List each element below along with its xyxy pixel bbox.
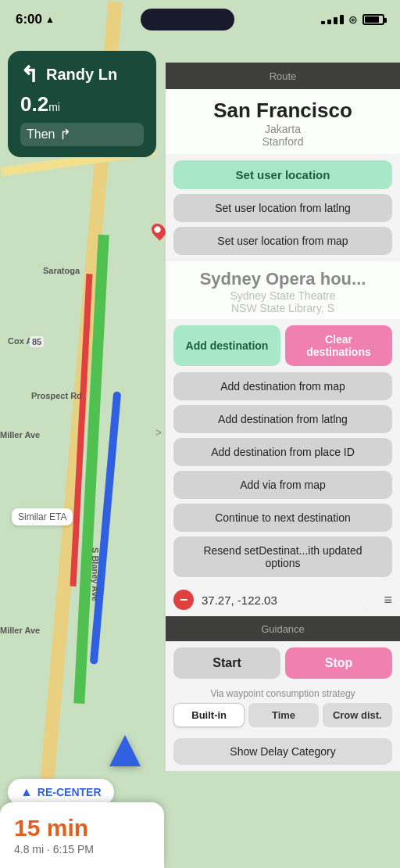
recenter-button[interactable]: ▲ RE-CENTER bbox=[8, 779, 114, 805]
minus-icon: − bbox=[180, 592, 188, 608]
recenter-arrow-icon: ▲ bbox=[20, 785, 33, 799]
route-header-label: Route bbox=[270, 70, 297, 82]
nav-then-row: Then ↱ bbox=[20, 123, 144, 146]
show-delay-category-button[interactable]: Show Delay Category bbox=[173, 738, 392, 765]
turn-icon: ↰ bbox=[20, 62, 38, 88]
nav-then-label: Then bbox=[27, 127, 55, 142]
strategy-time-button[interactable]: Time bbox=[248, 703, 318, 727]
trip-details: 4.8 mi · 6:15 PM bbox=[14, 843, 150, 855]
map-label-sblaney: S Blaney Ave bbox=[91, 547, 100, 601]
clear-destinations-button[interactable]: Clear destinations bbox=[285, 325, 392, 366]
map-label-miller1: Miller Ave bbox=[0, 430, 40, 439]
status-right: ⊛ bbox=[321, 13, 384, 26]
set-user-location-map-button[interactable]: Set user location from map bbox=[173, 227, 392, 255]
dest-actions-row: Add destination Clear destinations bbox=[166, 319, 400, 372]
status-bar: 6:00 ▲ ⊛ bbox=[0, 0, 400, 39]
continue-next-destination-button[interactable]: Continue to next destination bbox=[173, 504, 392, 532]
waypoint-coordinates: 37.27, -122.03 bbox=[202, 594, 376, 607]
recenter-label: RE-CENTER bbox=[38, 786, 102, 798]
nav-then-icon: ↱ bbox=[59, 126, 71, 143]
battery-icon bbox=[362, 14, 384, 25]
waypoint-strategy-label: Via waypoint consumption strategy bbox=[173, 688, 392, 699]
signal-icon bbox=[321, 15, 344, 24]
start-button[interactable]: Start bbox=[173, 647, 280, 679]
waypoint-strategy-section: Via waypoint consumption strategy Built-… bbox=[166, 685, 400, 732]
navigation-arrow bbox=[109, 735, 141, 766]
set-user-location-button[interactable]: Set user location bbox=[173, 160, 392, 189]
add-destination-button[interactable]: Add destination bbox=[173, 325, 280, 366]
add-destination-from-latlng-button[interactable]: Add destination from latlng bbox=[173, 405, 392, 433]
add-destination-from-map-button[interactable]: Add destination from map bbox=[173, 372, 392, 400]
destination-subtitle2: NSW State Library, S bbox=[175, 302, 391, 314]
right-panel: Route San Francisco Jakarta Stanford Set… bbox=[166, 63, 400, 868]
add-via-from-map-button[interactable]: Add via from map bbox=[173, 471, 392, 499]
start-stop-row: Start Stop bbox=[166, 641, 400, 685]
nav-turn-row: ↰ Randy Ln bbox=[20, 62, 144, 88]
dynamic-island bbox=[141, 9, 234, 30]
location-arrow-icon: ▲ bbox=[45, 14, 55, 25]
nav-distance: 0.2 bbox=[20, 92, 48, 116]
remove-waypoint-button[interactable]: − bbox=[173, 590, 194, 610]
status-time: 6:00 bbox=[16, 12, 42, 27]
guidance-header-label: Guidance bbox=[261, 623, 305, 635]
wifi-icon: ⊛ bbox=[348, 13, 358, 26]
map-label-prospect: Prospect Rd bbox=[31, 391, 82, 400]
nav-street-name: Randy Ln bbox=[46, 66, 117, 84]
strategy-builtin-button[interactable]: Built-in bbox=[173, 703, 245, 727]
destination-subtitle1: Sydney State Theatre bbox=[175, 289, 391, 302]
nav-card: ↰ Randy Ln 0.2mi Then ↱ bbox=[8, 51, 156, 157]
destination-location-block: Sydney Opera hou... Sydney State Theatre… bbox=[166, 261, 400, 319]
waypoint-row: − 37.27, -122.03 ≡ bbox=[166, 583, 400, 616]
bottom-info-card: 15 min 4.8 mi · 6:15 PM bbox=[0, 802, 164, 868]
nav-distance-unit: mi bbox=[48, 101, 60, 113]
map-label-saratoga: Saratoga bbox=[43, 266, 80, 275]
origin-subtitle1: Jakarta bbox=[175, 123, 391, 135]
waypoint-menu-icon[interactable]: ≡ bbox=[384, 592, 392, 608]
user-location-section: Set user location Set user location from… bbox=[166, 154, 400, 261]
eta-display: 15 min bbox=[14, 815, 150, 841]
map-label-85-top: 85 bbox=[30, 336, 44, 347]
strategy-crow-button[interactable]: Crow dist. bbox=[323, 703, 392, 727]
guidance-header: Guidance bbox=[166, 616, 400, 641]
origin-subtitle2: Stanford bbox=[175, 135, 391, 148]
map-label-miller2: Miller Ave bbox=[0, 626, 40, 635]
expand-panel-arrow[interactable]: > bbox=[155, 426, 162, 439]
resend-set-destination-button[interactable]: Resend setDestinat...ith updated options bbox=[173, 536, 392, 577]
add-destination-from-placeid-button[interactable]: Add destination from place ID bbox=[173, 438, 392, 466]
similar-eta-badge: Similar ETA bbox=[12, 508, 73, 525]
set-user-location-latlng-button[interactable]: Set user location from latlng bbox=[173, 194, 392, 222]
show-delay-section: Show Delay Category bbox=[166, 732, 400, 771]
route-header: Route bbox=[166, 63, 400, 89]
stop-button[interactable]: Stop bbox=[285, 647, 392, 679]
strategy-buttons-group: Built-in Time Crow dist. bbox=[173, 703, 392, 727]
origin-city: San Francisco bbox=[175, 99, 391, 123]
destination-name: Sydney Opera hou... bbox=[175, 269, 391, 289]
origin-location-block: San Francisco Jakarta Stanford bbox=[166, 89, 400, 154]
more-destination-buttons: Add destination from map Add destination… bbox=[166, 372, 400, 583]
